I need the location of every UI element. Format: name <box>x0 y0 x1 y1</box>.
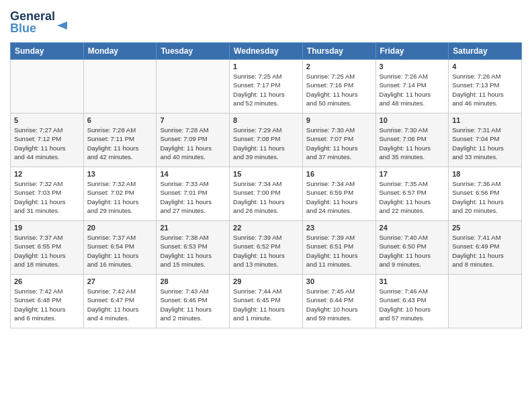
day-cell <box>157 60 230 113</box>
day-cell: 27Sunrise: 7:42 AM Sunset: 6:47 PM Dayli… <box>83 275 157 328</box>
week-row-3: 19Sunrise: 7:37 AM Sunset: 6:55 PM Dayli… <box>11 221 522 275</box>
day-info: Sunrise: 7:39 AM Sunset: 6:51 PM Dayligh… <box>306 233 372 269</box>
day-number: 26 <box>14 277 80 285</box>
day-cell: 12Sunrise: 7:32 AM Sunset: 7:03 PM Dayli… <box>11 167 84 221</box>
day-number: 31 <box>380 277 445 285</box>
week-row-1: 5Sunrise: 7:27 AM Sunset: 7:12 PM Daylig… <box>11 113 522 167</box>
logo-svg: General Blue <box>10 7 71 37</box>
day-cell <box>11 60 84 113</box>
day-cell: 15Sunrise: 7:34 AM Sunset: 7:00 PM Dayli… <box>230 167 303 221</box>
day-number: 20 <box>87 224 153 232</box>
day-cell: 5Sunrise: 7:27 AM Sunset: 7:12 PM Daylig… <box>11 113 84 167</box>
weekday-header-thursday: Thursday <box>302 43 375 60</box>
day-number: 7 <box>160 116 226 124</box>
day-cell: 9Sunrise: 7:30 AM Sunset: 7:07 PM Daylig… <box>302 113 375 167</box>
day-number: 30 <box>306 277 372 285</box>
day-number: 23 <box>306 224 372 232</box>
day-cell: 17Sunrise: 7:35 AM Sunset: 6:57 PM Dayli… <box>375 167 449 221</box>
weekday-header-saturday: Saturday <box>449 43 522 60</box>
day-number: 9 <box>306 116 372 124</box>
day-number: 14 <box>160 170 226 178</box>
day-info: Sunrise: 7:34 AM Sunset: 7:00 PM Dayligh… <box>233 179 299 215</box>
day-number: 21 <box>160 224 226 232</box>
day-info: Sunrise: 7:28 AM Sunset: 7:09 PM Dayligh… <box>160 126 226 161</box>
day-number: 13 <box>87 170 153 178</box>
day-cell: 18Sunrise: 7:36 AM Sunset: 6:56 PM Dayli… <box>449 167 522 221</box>
day-info: Sunrise: 7:36 AM Sunset: 6:56 PM Dayligh… <box>452 179 518 215</box>
day-number: 19 <box>14 224 80 232</box>
day-number: 2 <box>306 62 372 71</box>
day-info: Sunrise: 7:33 AM Sunset: 7:01 PM Dayligh… <box>160 179 226 215</box>
day-number: 1 <box>233 62 299 71</box>
day-number: 18 <box>452 170 518 178</box>
weekday-header-monday: Monday <box>83 43 157 60</box>
day-info: Sunrise: 7:29 AM Sunset: 7:08 PM Dayligh… <box>233 126 299 161</box>
day-number: 10 <box>380 116 445 124</box>
day-info: Sunrise: 7:37 AM Sunset: 6:55 PM Dayligh… <box>14 233 80 269</box>
day-info: Sunrise: 7:40 AM Sunset: 6:50 PM Dayligh… <box>380 233 445 269</box>
logo: General Blue <box>10 7 71 37</box>
day-cell: 23Sunrise: 7:39 AM Sunset: 6:51 PM Dayli… <box>302 221 375 275</box>
day-info: Sunrise: 7:30 AM Sunset: 7:06 PM Dayligh… <box>380 126 445 161</box>
day-info: Sunrise: 7:37 AM Sunset: 6:54 PM Dayligh… <box>87 233 153 269</box>
day-number: 12 <box>14 170 80 178</box>
day-number: 25 <box>452 224 518 232</box>
day-number: 27 <box>87 277 153 285</box>
day-cell: 8Sunrise: 7:29 AM Sunset: 7:08 PM Daylig… <box>230 113 303 167</box>
calendar-table: SundayMondayTuesdayWednesdayThursdayFrid… <box>10 42 522 328</box>
day-cell: 1Sunrise: 7:25 AM Sunset: 7:17 PM Daylig… <box>230 60 303 113</box>
day-cell: 13Sunrise: 7:32 AM Sunset: 7:02 PM Dayli… <box>83 167 157 221</box>
day-cell: 6Sunrise: 7:28 AM Sunset: 7:11 PM Daylig… <box>83 113 157 167</box>
day-info: Sunrise: 7:41 AM Sunset: 6:49 PM Dayligh… <box>452 233 518 269</box>
day-info: Sunrise: 7:31 AM Sunset: 7:04 PM Dayligh… <box>452 126 518 161</box>
day-info: Sunrise: 7:25 AM Sunset: 7:17 PM Dayligh… <box>233 72 299 107</box>
day-cell: 14Sunrise: 7:33 AM Sunset: 7:01 PM Dayli… <box>157 167 230 221</box>
weekday-header-tuesday: Tuesday <box>157 43 230 60</box>
day-number: 4 <box>452 62 518 71</box>
day-cell: 24Sunrise: 7:40 AM Sunset: 6:50 PM Dayli… <box>375 221 449 275</box>
day-cell: 31Sunrise: 7:46 AM Sunset: 6:43 PM Dayli… <box>375 275 449 328</box>
day-cell: 26Sunrise: 7:42 AM Sunset: 6:48 PM Dayli… <box>11 275 84 328</box>
svg-text:Blue: Blue <box>10 21 36 35</box>
day-info: Sunrise: 7:27 AM Sunset: 7:12 PM Dayligh… <box>14 126 80 161</box>
day-info: Sunrise: 7:32 AM Sunset: 7:03 PM Dayligh… <box>14 179 80 215</box>
weekday-header-friday: Friday <box>375 43 449 60</box>
day-number: 16 <box>306 170 372 178</box>
day-cell: 28Sunrise: 7:43 AM Sunset: 6:46 PM Dayli… <box>157 275 230 328</box>
day-cell <box>449 275 522 328</box>
day-number: 5 <box>14 116 80 124</box>
weekday-header-row: SundayMondayTuesdayWednesdayThursdayFrid… <box>11 43 522 60</box>
day-cell: 20Sunrise: 7:37 AM Sunset: 6:54 PM Dayli… <box>83 221 157 275</box>
day-cell: 25Sunrise: 7:41 AM Sunset: 6:49 PM Dayli… <box>449 221 522 275</box>
week-row-0: 1Sunrise: 7:25 AM Sunset: 7:17 PM Daylig… <box>11 60 522 113</box>
day-cell: 10Sunrise: 7:30 AM Sunset: 7:06 PM Dayli… <box>375 113 449 167</box>
day-info: Sunrise: 7:26 AM Sunset: 7:14 PM Dayligh… <box>380 72 445 107</box>
day-info: Sunrise: 7:30 AM Sunset: 7:07 PM Dayligh… <box>306 126 372 161</box>
day-cell: 19Sunrise: 7:37 AM Sunset: 6:55 PM Dayli… <box>11 221 84 275</box>
weekday-header-sunday: Sunday <box>11 43 84 60</box>
week-row-2: 12Sunrise: 7:32 AM Sunset: 7:03 PM Dayli… <box>11 167 522 221</box>
day-cell: 30Sunrise: 7:45 AM Sunset: 6:44 PM Dayli… <box>302 275 375 328</box>
day-info: Sunrise: 7:34 AM Sunset: 6:59 PM Dayligh… <box>306 179 372 215</box>
day-number: 28 <box>160 277 226 285</box>
day-cell: 7Sunrise: 7:28 AM Sunset: 7:09 PM Daylig… <box>157 113 230 167</box>
day-number: 11 <box>452 116 518 124</box>
day-number: 8 <box>233 116 299 124</box>
day-info: Sunrise: 7:38 AM Sunset: 6:53 PM Dayligh… <box>160 233 226 269</box>
svg-marker-2 <box>57 21 67 30</box>
weekday-header-wednesday: Wednesday <box>230 43 303 60</box>
day-info: Sunrise: 7:26 AM Sunset: 7:13 PM Dayligh… <box>452 72 518 107</box>
day-number: 29 <box>233 277 299 285</box>
day-number: 24 <box>380 224 445 232</box>
day-info: Sunrise: 7:44 AM Sunset: 6:45 PM Dayligh… <box>233 287 299 322</box>
day-number: 17 <box>380 170 445 178</box>
day-info: Sunrise: 7:39 AM Sunset: 6:52 PM Dayligh… <box>233 233 299 269</box>
day-info: Sunrise: 7:45 AM Sunset: 6:44 PM Dayligh… <box>306 287 372 322</box>
day-cell: 2Sunrise: 7:25 AM Sunset: 7:16 PM Daylig… <box>302 60 375 113</box>
day-info: Sunrise: 7:42 AM Sunset: 6:47 PM Dayligh… <box>87 287 153 322</box>
header: General Blue <box>10 7 522 37</box>
day-info: Sunrise: 7:43 AM Sunset: 6:46 PM Dayligh… <box>160 287 226 322</box>
day-cell <box>83 60 157 113</box>
day-info: Sunrise: 7:28 AM Sunset: 7:11 PM Dayligh… <box>87 126 153 161</box>
week-row-4: 26Sunrise: 7:42 AM Sunset: 6:48 PM Dayli… <box>11 275 522 328</box>
